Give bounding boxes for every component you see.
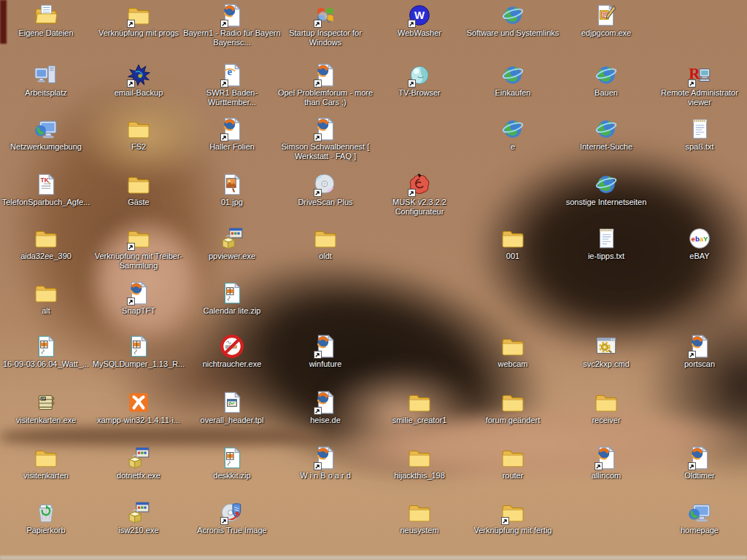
- desktop-icon-portscan[interactable]: portscan: [649, 334, 747, 369]
- desktop-icon-fs2[interactable]: FS2: [88, 117, 190, 152]
- desktop-icon-telefonsparbuch-agfe[interactable]: TKTelefonSparbuch_Agfe...: [0, 172, 97, 207]
- installer-icon: [126, 500, 151, 525]
- desktop-icon-verkn-pfung-mit-progs[interactable]: Verknüpfung mit progs: [88, 3, 190, 38]
- desktop-icon-aida32ee-390[interactable]: aida32ee_390: [0, 226, 97, 261]
- desktop[interactable]: Eigene DateienVerknüpfung mit progsBayer…: [0, 0, 747, 560]
- desktop-icon-musk-v2-3-2-2-configurateur[interactable]: MUSK v2.3.2.2 Configurateur: [368, 172, 471, 217]
- desktop-icon-swr1-baden-w-rttember[interactable]: eSWR1 Baden-Württember...: [181, 63, 283, 107]
- zip-sfx-icon: ZIP: [34, 390, 58, 415]
- desktop-icon-bauen[interactable]: Bauen: [555, 63, 657, 98]
- icon-label: Calendar lite.zip: [202, 306, 263, 316]
- desktop-icon-edjpgcom-exe[interactable]: edjpgcom.exe: [555, 3, 657, 38]
- icon-label: Eigene Dateien: [17, 28, 74, 38]
- globe-icon: [594, 172, 619, 197]
- desktop-icon-oldtimer[interactable]: Oldtimer: [649, 446, 747, 481]
- icon-label: webcam: [497, 359, 530, 369]
- icon-label: isw210.exe: [117, 526, 160, 535]
- desktop-icon-sonstige-internetseiten[interactable]: sonstige Internetseiten: [555, 172, 657, 207]
- desktop-icon-xampp-win32-1-4-11-i[interactable]: xampp-win32-1.4.11-i...: [88, 390, 190, 425]
- icon-label: WebWasher: [396, 28, 443, 38]
- desktop-icon-visitenkarten[interactable]: visitenkarten: [0, 446, 97, 481]
- desktop-icon-001[interactable]: 001: [462, 226, 564, 261]
- desktop-icon-visitenkarten-exe[interactable]: ZIPvisitenkarten.exe: [0, 390, 97, 425]
- desktop-icon-overall-header-tpl[interactable]: overall_header.tpl: [181, 390, 283, 425]
- desktop-icon-winfuture[interactable]: winfuture: [274, 334, 376, 369]
- desktop-icon-ppviewer-exe[interactable]: ppviewer.exe: [181, 226, 283, 261]
- icon-label: FS2: [130, 142, 147, 152]
- desktop-icon-svc2kxp-cmd[interactable]: svc2kxp.cmd: [555, 334, 657, 369]
- desktop-icon-g-ste[interactable]: Gäste: [88, 172, 190, 207]
- icon-label: Arbeitsplatz: [23, 88, 68, 98]
- desktop-icon-remote-administrator-viewer[interactable]: RRemote Administrator viewer: [649, 63, 747, 107]
- desktop-icon-isw210-exe[interactable]: isw210.exe: [88, 500, 190, 535]
- firefox-doc-icon: [687, 334, 712, 359]
- desktop-icon-tv-browser[interactable]: TV-Browser: [368, 63, 471, 98]
- desktop-icon-nichtraucher-exe[interactable]: nichtraucher.exe: [181, 334, 283, 369]
- desktop-icon-acronis-true-image[interactable]: Acronis True Image: [181, 500, 283, 535]
- tpl-doc-icon: [220, 390, 244, 415]
- desktop-icon-webcam[interactable]: webcam: [462, 334, 564, 369]
- desktop-icon-w-i-n-b-o-a-r-d[interactable]: W i n B o a r d: [274, 446, 376, 481]
- desktop-icon-neusystem[interactable]: neusystem: [368, 500, 471, 535]
- desktop-icon-snaptft[interactable]: SnapTFT: [88, 281, 190, 316]
- desktop-icon-eigene-dateien[interactable]: Eigene Dateien: [0, 3, 97, 38]
- desktop-icon-bayern1-radio-f-r-bayern-bayerisc[interactable]: Bayern1 - Radio für Bayern Bayerisc...: [181, 3, 283, 47]
- desktop-icon-email-backup[interactable]: email-Backup: [88, 63, 190, 98]
- desktop-icon-e[interactable]: e: [462, 117, 564, 152]
- desktop-icon-alt[interactable]: alt: [0, 281, 97, 316]
- firefox-doc-icon: [126, 281, 151, 306]
- cmd-gear-icon: [594, 334, 619, 359]
- desktop-icon-simson-schwalbennest-werkstatt-faq[interactable]: Simson Schwalbennest [ Werkstatt - FAQ ]: [274, 117, 376, 161]
- globe-icon: [594, 117, 619, 141]
- notepad-icon: [687, 117, 712, 141]
- recycle-bin-icon: [34, 500, 58, 525]
- desktop-icon-netzwerkumgebung[interactable]: Netzwerkumgebung: [0, 117, 97, 152]
- desktop-icon-deskkit-zip[interactable]: deskkit.zip: [181, 446, 283, 481]
- desktop-icon-mysqldumper-1-13-r[interactable]: MySQLDumper_1.13_R...: [88, 334, 190, 369]
- desktop-icon-smilie-creator1[interactable]: smilie_creator1: [368, 390, 471, 425]
- desktop-icon-forum-ge-ndert[interactable]: forum geändert: [462, 390, 564, 425]
- desktop-icon-receiver[interactable]: receiver: [555, 390, 657, 425]
- desktop-icon-hijackthis-198[interactable]: hijackthis_198: [368, 446, 471, 481]
- desktop-icon-dotnetfx-exe[interactable]: dotnetfx.exe: [88, 446, 190, 481]
- tk-doc-icon: TK: [34, 172, 58, 197]
- folder-icon: [500, 226, 525, 251]
- desktop-icon-opel-problemforum-more-than-cars[interactable]: Opel Problemforum - more than Cars ;): [274, 63, 376, 107]
- icon-label: Internet-Suche: [578, 142, 634, 152]
- desktop-icon-startup-inspector-for-windows[interactable]: Startup Inspector for Windows: [274, 3, 376, 47]
- desktop-icon-ie-tipps-txt[interactable]: ie-tipps.txt: [555, 226, 657, 261]
- icon-label: dotnetfx.exe: [115, 471, 162, 481]
- desktop-icon-verkn-pfung-mit-fertig[interactable]: Verknüpfung mit fertig: [462, 500, 564, 535]
- desktop-icon-internet-suche[interactable]: Internet-Suche: [555, 117, 657, 152]
- ie-doc-icon: e: [220, 63, 244, 88]
- folder-icon: [313, 226, 338, 251]
- desktop-icon-allincom[interactable]: allincom: [555, 446, 657, 481]
- folder-icon: [500, 446, 525, 470]
- desktop-icon-calendar-lite-zip[interactable]: Calendar lite.zip: [181, 281, 283, 316]
- desktop-icon-drivescan-plus[interactable]: DriveScan Plus: [274, 172, 376, 207]
- desktop-icon-heise-de[interactable]: heise.de: [274, 390, 376, 425]
- desktop-icon-router[interactable]: router: [462, 446, 564, 481]
- desktop-icon-homepage[interactable]: homepage: [649, 500, 747, 535]
- desktop-icon-verkn-pfung-mit-treiber-sammlung[interactable]: Verknüpfung mit Treiber-Sammlung: [88, 226, 190, 271]
- icon-label: e: [509, 142, 516, 152]
- desktop-icon-einkaufen[interactable]: Einkaufen: [462, 63, 564, 98]
- icon-label: Oldtimer: [683, 471, 716, 481]
- desktop-icon-haller-folien[interactable]: Haller Folien: [181, 117, 283, 152]
- desktop-icon-16-09-03-06-04-watt[interactable]: 16-09-03.06.04_Watt_...: [0, 334, 97, 369]
- globe-icon: [594, 63, 619, 88]
- desktop-icon-01-jpg[interactable]: 01.jpg: [181, 172, 283, 207]
- desktop-icon-software-und-systemlinks[interactable]: Software und Systemlinks: [462, 3, 564, 38]
- radmin-icon: R: [687, 63, 712, 88]
- globe-icon: [500, 63, 525, 88]
- desktop-icon-webwasher[interactable]: WWebWasher: [368, 3, 471, 38]
- icon-label: 16-09-03.06.04_Watt_...: [1, 359, 90, 369]
- desktop-icon-spa-txt[interactable]: spaß.txt: [649, 117, 747, 152]
- my-computer-icon: [34, 63, 58, 88]
- icon-label: Verknüpfung mit Treiber-Sammlung: [88, 252, 190, 271]
- desktop-icon-arbeitsplatz[interactable]: Arbeitsplatz: [0, 63, 97, 98]
- desktop-icon-papierkorb[interactable]: Papierkorb: [0, 500, 97, 535]
- desktop-icon-oldt[interactable]: oldt: [274, 226, 376, 261]
- folder-icon: [500, 390, 525, 415]
- desktop-icon-ebay[interactable]: ebaYeBAY: [649, 226, 747, 261]
